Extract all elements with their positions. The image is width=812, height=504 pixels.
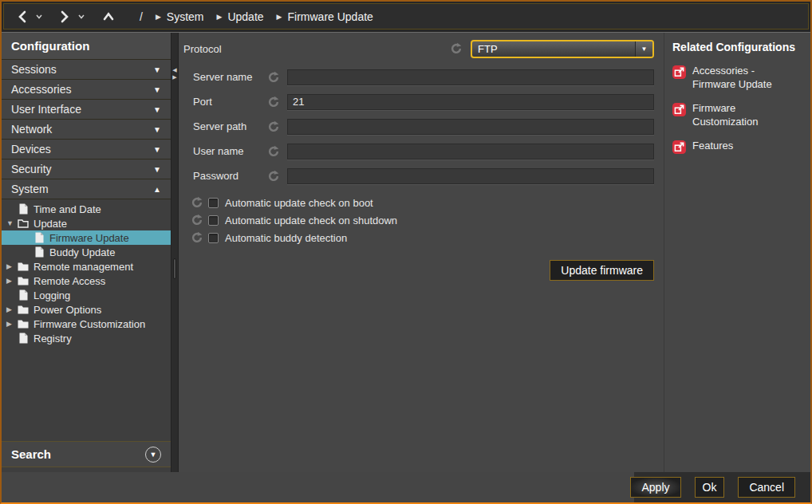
- update-button-row: Update firmware: [183, 260, 654, 281]
- ok-button[interactable]: Ok: [695, 477, 725, 498]
- external-link-icon: [672, 103, 686, 116]
- sidebar-splitter[interactable]: [171, 33, 179, 472]
- reset-icon[interactable]: [191, 196, 203, 209]
- protocol-dropdown[interactable]: FTP: [471, 40, 654, 58]
- breadcrumb-update[interactable]: ▶ Update: [217, 10, 264, 23]
- port-row: Port: [183, 89, 654, 114]
- server-path-input[interactable]: [287, 119, 654, 135]
- user-name-input[interactable]: [287, 144, 654, 159]
- sidebar-item-user-interface[interactable]: User Interface: [2, 100, 171, 120]
- sidebar-item-security[interactable]: Security: [2, 159, 171, 179]
- forward-history-chevron-icon[interactable]: [76, 6, 87, 27]
- navigation-toolbar: / ▶ System ▶ Update ▶ Firmware Update: [3, 3, 809, 30]
- accordion-label: Sessions: [11, 63, 153, 76]
- reset-icon[interactable]: [267, 71, 280, 84]
- reset-icon[interactable]: [191, 214, 203, 226]
- chevron-down-icon: [153, 125, 161, 134]
- chevron-down-icon: [153, 145, 161, 154]
- chevron-down-icon: [153, 65, 161, 74]
- update-firmware-button[interactable]: Update firmware: [550, 260, 654, 281]
- related-link-features[interactable]: Features: [672, 140, 804, 154]
- breadcrumb-system[interactable]: ▶ System: [156, 10, 204, 23]
- chevron-down-icon: [153, 165, 161, 174]
- breadcrumb-arrow-icon: ▶: [217, 13, 223, 21]
- user-name-row: User name: [183, 139, 654, 163]
- tree-item-remote-access[interactable]: Remote Access: [2, 274, 171, 288]
- system-tree: Time and Date Update Firmware Update Bud…: [2, 199, 171, 345]
- sidebar-item-accessories[interactable]: Accessories: [2, 80, 171, 100]
- splitter-collapse-right-icon[interactable]: [171, 73, 178, 81]
- port-input[interactable]: [287, 94, 654, 110]
- expander-closed-icon[interactable]: [6, 320, 18, 328]
- footer-bar: Apply Ok Cancel: [2, 472, 810, 502]
- chevron-down-icon: [153, 85, 161, 94]
- server-path-row: Server path: [183, 114, 654, 139]
- folder-icon: [18, 304, 29, 315]
- related-configurations-panel: Related Configurations Accessories - Fir…: [664, 33, 810, 472]
- expander-closed-icon[interactable]: [6, 262, 18, 270]
- reset-icon[interactable]: [191, 231, 203, 244]
- tree-item-logging[interactable]: Logging: [2, 288, 171, 302]
- related-link-accessories-firmware-update[interactable]: Accessories - Firmware Update: [672, 65, 804, 91]
- server-name-label: Server name: [193, 71, 267, 83]
- sidebar-item-sessions[interactable]: Sessions: [2, 60, 171, 80]
- toolbar-area: / ▶ System ▶ Update ▶ Firmware Update: [2, 2, 810, 32]
- accordion-label: System: [11, 183, 153, 195]
- expander-closed-icon[interactable]: [6, 305, 18, 313]
- tree-label: Remote management: [34, 261, 133, 273]
- accordion-label: Security: [11, 163, 153, 175]
- tree-item-update[interactable]: Update: [2, 216, 171, 230]
- search-expand-icon[interactable]: [145, 447, 161, 463]
- tree-label: Update: [34, 218, 67, 230]
- reset-icon[interactable]: [450, 42, 463, 55]
- reset-icon[interactable]: [267, 145, 280, 158]
- user-name-label: User name: [193, 145, 267, 157]
- protocol-value: FTP: [472, 43, 635, 55]
- sidebar-item-system[interactable]: System: [2, 179, 171, 199]
- expander-open-icon[interactable]: [6, 219, 18, 227]
- search-section[interactable]: Search: [2, 441, 171, 467]
- auto-update-shutdown-checkbox[interactable]: [208, 215, 219, 226]
- forward-icon[interactable]: [54, 6, 75, 27]
- tree-item-remote-management[interactable]: Remote management: [2, 259, 171, 274]
- dropdown-arrow-icon[interactable]: [635, 41, 652, 57]
- tree-item-firmware-update[interactable]: Firmware Update: [2, 230, 171, 245]
- tree-label: Power Options: [34, 304, 101, 316]
- sidebar-title: Configuration: [2, 33, 171, 60]
- password-input[interactable]: [287, 168, 654, 184]
- tree-item-time-and-date[interactable]: Time and Date: [2, 202, 171, 216]
- auto-update-shutdown-row: Automatic update check on shutdown: [183, 211, 654, 229]
- external-link-icon: [672, 140, 686, 154]
- apply-button[interactable]: Apply: [630, 477, 680, 498]
- tree-item-registry[interactable]: Registry: [2, 331, 171, 345]
- splitter-handle[interactable]: [173, 258, 176, 279]
- file-icon: [34, 246, 45, 258]
- cancel-button[interactable]: Cancel: [738, 477, 795, 498]
- accordion-label: Devices: [11, 143, 153, 156]
- splitter-collapse-left-icon[interactable]: [171, 66, 178, 73]
- breadcrumb-firmware-update[interactable]: ▶ Firmware Update: [277, 10, 373, 23]
- reset-icon[interactable]: [267, 120, 280, 133]
- file-icon: [34, 232, 45, 243]
- reset-icon[interactable]: [267, 170, 280, 183]
- server-name-input[interactable]: [287, 69, 654, 85]
- auto-buddy-detection-checkbox[interactable]: [208, 233, 219, 243]
- sidebar-item-network[interactable]: Network: [2, 120, 171, 140]
- sidebar-item-devices[interactable]: Devices: [2, 140, 171, 159]
- related-link-firmware-customization[interactable]: Firmware Customization: [672, 102, 804, 128]
- auto-update-boot-checkbox[interactable]: [208, 198, 219, 208]
- accordion-label: User Interface: [11, 103, 153, 116]
- tree-item-power-options[interactable]: Power Options: [2, 302, 171, 317]
- back-icon[interactable]: [12, 6, 33, 27]
- breadcrumb-root[interactable]: /: [140, 10, 143, 23]
- tree-item-firmware-customization[interactable]: Firmware Customization: [2, 317, 171, 331]
- up-level-icon[interactable]: [98, 6, 119, 27]
- tree-label: Registry: [34, 333, 72, 345]
- expander-closed-icon[interactable]: [6, 277, 18, 285]
- folder-open-icon: [18, 218, 29, 229]
- reset-icon[interactable]: [267, 96, 280, 108]
- password-label: Password: [193, 170, 267, 182]
- tree-item-buddy-update[interactable]: Buddy Update: [2, 245, 171, 259]
- folder-icon: [18, 261, 29, 272]
- back-history-chevron-icon[interactable]: [34, 6, 45, 27]
